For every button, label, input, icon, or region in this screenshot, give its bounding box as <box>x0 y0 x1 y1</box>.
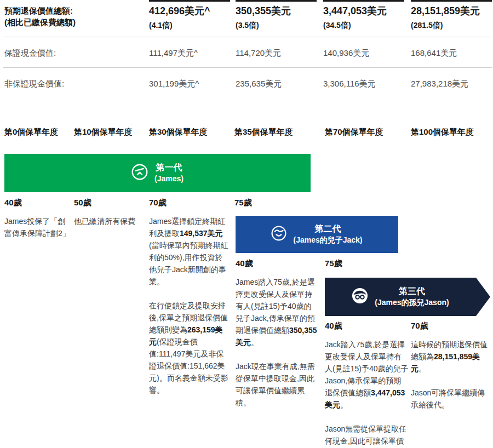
non-guaranteed-value: 301,199美元^ <box>149 79 199 89</box>
policy-year-label-35: 第35個保單年度 <box>234 127 293 137</box>
expected-value-multiple: (4.1倍) <box>149 21 210 31</box>
paragraph: James投保了「創富傳承保障計劃2」 <box>4 215 71 239</box>
guaranteed-value: 168,641美元 <box>411 48 457 59</box>
generation2-person: (James的兒子Jack) <box>293 234 362 245</box>
g3-age-70: 70歲 <box>411 321 428 331</box>
expected-value-cell: 412,696美元^ (4.1倍) <box>149 4 210 31</box>
policy-year-label-100: 第100個保單年度 <box>411 127 474 137</box>
non-guaranteed-value: 235,635美元 <box>236 79 282 89</box>
generation2-titles: 第二代 (James的兒子Jack) <box>293 223 362 245</box>
expected-value-multiple: (3.5倍) <box>236 21 291 31</box>
non-guaranteed-row-label: 非保證現金價值: <box>4 79 64 89</box>
policy-year-label-70: 第70個保單年度 <box>325 127 383 137</box>
paragraph: Jack現在事業有成,無需從保單中提取現金,因此可讓保單價值繼續累積。 <box>236 360 319 409</box>
guaranteed-value: 114,720美元 <box>236 48 281 59</box>
expected-value-cell: 3,447,053美元 (34.5倍) <box>323 4 387 31</box>
paragraph: 這時候的預期退保價值總額為28,151,859美元。 <box>411 338 492 375</box>
generation1-titles: 第一代 (James) <box>154 162 184 184</box>
g1-age-40: 40歲 <box>4 198 22 208</box>
column-top-rule <box>411 0 492 2</box>
g2-age-40: 40歲 <box>236 259 253 269</box>
generation1-person: (James) <box>154 173 184 184</box>
policy-year-label-10: 第10個保單年度 <box>74 127 133 137</box>
story-james-70: James選擇鎖定終期紅利及提取149,537美元(當時保單內預期終期紅利的50… <box>149 215 230 408</box>
expected-value-amount: 28,151,859美元 <box>411 4 480 18</box>
glasses-face-icon <box>352 288 368 306</box>
paragraph: Jason可將保單繼續傳承給後代。 <box>411 387 492 411</box>
story-jason-40: Jack踏入75歲,於是選擇更改受保人及保單持有人(見註15)予40歲的兒子Ja… <box>325 338 409 448</box>
g1-age-75: 75歲 <box>234 198 252 208</box>
smiley-face-icon <box>131 164 148 182</box>
column-top-rule <box>323 0 404 2</box>
row-divider <box>3 37 492 37</box>
generation3-bar: 第三代 (James的孫兒Jason) <box>325 278 490 316</box>
story-jack-40: James踏入75歲,於是選擇更改受保人及保單持有人(見註15)予40歲的兒子J… <box>236 276 319 421</box>
row-divider <box>3 67 492 68</box>
non-guaranteed-value: 3,306,116美元 <box>323 79 376 89</box>
column-top-rule <box>236 0 317 2</box>
table-header-label-line1: 預期退保價值總額: <box>4 5 76 16</box>
column-top-rule <box>149 0 230 2</box>
expected-value-multiple: (281.5倍) <box>411 21 480 31</box>
expected-value-cell: 350,355美元 (3.5倍) <box>236 4 291 31</box>
guaranteed-row-label: 保證現金價值: <box>4 48 56 59</box>
generation2-bar: 第二代 (James的兒子Jack) <box>236 216 398 253</box>
generation1-title: 第一代 <box>154 162 184 173</box>
story-james-40: James投保了「創富傳承保障計劃2」 <box>4 215 71 251</box>
table-header-label-line2: (相比已繳保費總額) <box>4 16 76 28</box>
paragraph: James選擇鎖定終期紅利及提取149,537美元(當時保單內預期終期紅利的50… <box>149 215 230 288</box>
g2-age-75: 75歲 <box>325 259 342 269</box>
g3-age-40: 40歲 <box>325 321 342 331</box>
generation1-bar: 第一代 (James) <box>4 154 311 192</box>
g1-age-50: 50歲 <box>74 198 91 208</box>
expected-value-cell: 28,151,859美元 (281.5倍) <box>411 4 480 31</box>
expected-value-amount: 350,355美元 <box>236 4 291 18</box>
story-james-50: 他已繳清所有保費 <box>74 215 145 239</box>
paragraph: 他已繳清所有保費 <box>74 215 145 227</box>
non-guaranteed-value: 27,983,218美元 <box>411 79 468 89</box>
policy-legacy-infographic: 預期退保價值總額: (相比已繳保費總額) 412,696美元^ (4.1倍) 3… <box>0 0 493 448</box>
expected-value-amount: 3,447,053美元 <box>323 4 387 18</box>
guaranteed-value: 140,936美元 <box>323 48 369 59</box>
paragraph: Jack踏入75歲,於是選擇更改受保人及保單持有人(見註15)予40歲的兒子Ja… <box>325 338 409 411</box>
generation2-title: 第二代 <box>293 223 362 234</box>
generation3-titles: 第三代 (James的孫兒Jason) <box>375 286 449 308</box>
generation3-title: 第三代 <box>375 286 449 297</box>
story-jason-70: 這時候的預期退保價值總額為28,151,859美元。 Jason可將保單繼續傳承… <box>411 338 492 423</box>
smiley-face-icon <box>271 226 286 243</box>
guaranteed-value: 111,497美元^ <box>149 48 198 59</box>
generation3-person: (James的孫兒Jason) <box>375 297 449 308</box>
paragraph: James踏入75歲,於是選擇更改受保人及保單持有人(見註15)予40歲的兒子J… <box>236 276 319 348</box>
g1-age-70: 70歲 <box>149 198 167 208</box>
table-header-label: 預期退保價值總額: (相比已繳保費總額) <box>4 5 76 28</box>
expected-value-multiple: (34.5倍) <box>323 21 387 31</box>
paragraph: 在行使鎖定及提取安排後,保單之預期退保價值總額則變為263,159美元(保證現金… <box>149 300 230 396</box>
expected-value-amount: 412,696美元^ <box>149 4 210 18</box>
policy-year-label-30: 第30個保單年度 <box>149 127 208 137</box>
paragraph: Jason無需從保單提取任何現金,因此可讓保單價值繼續累積。 <box>325 423 409 448</box>
policy-year-label-0: 第0個保單年度 <box>4 127 58 137</box>
